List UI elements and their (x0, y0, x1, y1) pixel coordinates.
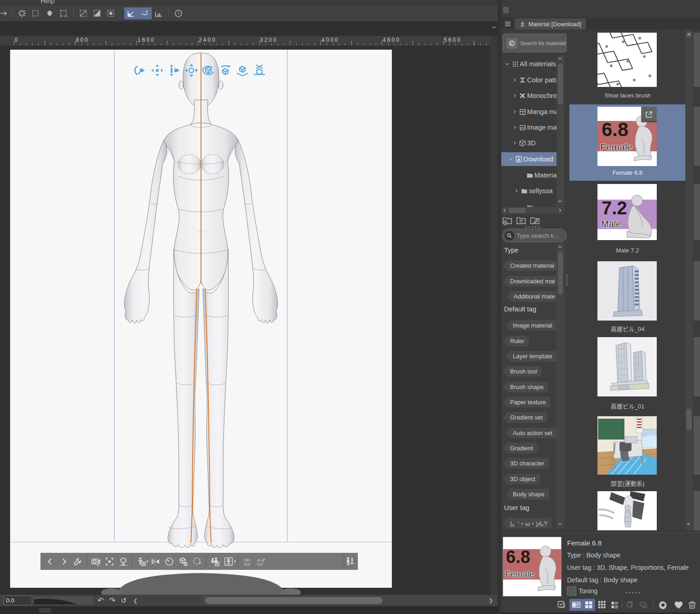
tag-additional-material[interactable]: Additional mate (507, 291, 560, 302)
spinner-icon[interactable] (15, 7, 29, 19)
tag-scrollbar[interactable] (557, 244, 564, 529)
next-icon[interactable] (57, 556, 71, 568)
material-item-building-01[interactable] (597, 337, 657, 396)
help-icon[interactable]: ? (172, 7, 185, 19)
auto-select-icon[interactable] (29, 7, 43, 19)
canvas-vertical-scrollbar[interactable] (490, 46, 498, 606)
wrench-icon[interactable] (71, 556, 85, 568)
tree-item-download[interactable]: Download (501, 152, 557, 166)
chevron-down-icon[interactable] (557, 522, 562, 527)
chevron-right-icon[interactable] (511, 109, 518, 114)
3d-body-model[interactable] (104, 51, 298, 548)
material-item-clubroom[interactable] (597, 416, 657, 475)
chevron-down-icon[interactable] (504, 62, 511, 66)
tree-item-monochromatic[interactable]: Monochrom (501, 89, 557, 103)
tag-3d-object[interactable]: 3D object (503, 474, 540, 484)
chevron-down-icon[interactable]: ▾ (234, 559, 236, 564)
tab-material-download[interactable]: Material [Download] (515, 18, 586, 29)
tag-keyword-search-input[interactable]: Type search k... (502, 229, 567, 242)
shrink-selection-icon[interactable] (104, 7, 118, 19)
new-folder-icon[interactable] (502, 215, 512, 225)
tag-downloaded-material[interactable]: Downloaded mat (503, 276, 560, 287)
deselect-icon[interactable] (76, 7, 90, 19)
tree-item-sellyssa-folder[interactable]: sellyssa (501, 184, 557, 198)
rotate-ccw-icon[interactable]: ↶ (98, 596, 103, 605)
tag-3d-character[interactable]: 3D character (503, 458, 549, 469)
material-thumbnail-female[interactable]: 6.8 Female (597, 107, 657, 166)
tag-gradient[interactable]: Gradient (503, 443, 538, 453)
tree-item-partial[interactable] (501, 200, 557, 207)
tree-item-manga-material[interactable]: Manga mat (501, 105, 557, 119)
tag-image-material[interactable]: Image material (506, 320, 557, 331)
chevron-right-icon[interactable] (513, 189, 520, 193)
rotation-value-field[interactable]: 0.0 (4, 596, 32, 605)
tree-scrollbar[interactable] (557, 55, 564, 206)
delete-folder-icon[interactable] (516, 215, 526, 225)
add-character-icon[interactable] (208, 556, 222, 568)
chevron-down-icon[interactable] (491, 24, 497, 30)
favorite-heart-icon[interactable] (672, 599, 684, 611)
scrollbar-thumb[interactable] (509, 208, 526, 213)
split-handle[interactable]: ••••• (565, 274, 568, 287)
material-search-input[interactable]: Search for materials (503, 34, 567, 52)
tag-created-material[interactable]: Created material (503, 260, 559, 271)
chevron-right-icon[interactable] (511, 125, 518, 130)
redo-icon[interactable] (0, 7, 9, 19)
settings-gear-icon[interactable] (657, 599, 669, 611)
snap-grid-icon[interactable] (152, 7, 166, 19)
chevron-left-icon[interactable] (502, 208, 507, 213)
chevron-up-icon[interactable] (557, 245, 562, 250)
rotate-camera-icon[interactable] (133, 63, 147, 77)
tag-gradient-set[interactable]: Gradient set (503, 412, 547, 423)
object-list-icon[interactable] (176, 556, 190, 568)
snap-ruler-icon[interactable] (124, 7, 138, 19)
material-item-shoe-laces[interactable] (597, 33, 657, 87)
rotation-slider[interactable] (34, 597, 93, 604)
chevron-right-icon[interactable] (511, 78, 518, 82)
multi-select-icon[interactable] (556, 599, 568, 611)
snap-special-ruler-icon[interactable] (138, 7, 152, 19)
scrollbar-thumb[interactable] (205, 597, 383, 604)
tree-item-material-folder[interactable]: Material (501, 168, 557, 182)
chevron-down-icon[interactable] (508, 157, 514, 161)
thumbnail-large-icon[interactable] (582, 599, 595, 611)
chevron-down-icon[interactable] (557, 199, 562, 204)
menu-item-help[interactable]: Help (40, 0, 55, 5)
tag-ruler[interactable]: Ruler (503, 336, 529, 346)
tree-horizontal-scrollbar[interactable] (501, 207, 564, 214)
thumbnail-small-icon[interactable] (596, 599, 608, 611)
tag-layer-template[interactable]: Layer template (506, 351, 557, 362)
delete-trash-icon[interactable] (686, 599, 698, 611)
tag-body-shape[interactable]: Body shape (506, 489, 549, 499)
chevron-down-icon[interactable] (686, 522, 691, 526)
scrollbar-thumb[interactable] (686, 408, 692, 430)
tag-brush-shape[interactable]: Brush shape (503, 382, 548, 392)
rotate-cw-icon[interactable]: ↷ (109, 596, 115, 605)
panel-grip[interactable] (503, 6, 510, 14)
ground-icon[interactable] (116, 556, 130, 568)
canvas-area[interactable]: ▾ ▾ (0, 46, 490, 606)
rotate-plane-icon[interactable] (235, 63, 249, 77)
tag-brush-tool[interactable]: Brush tool (503, 366, 542, 377)
rotate-object-icon[interactable] (201, 63, 215, 77)
material-item-building-04[interactable] (597, 261, 657, 321)
fill-icon[interactable] (43, 7, 57, 19)
panel-menu-icon[interactable] (503, 19, 513, 29)
reset-rotation-icon[interactable] (190, 556, 204, 568)
chevron-left-icon[interactable]: ❮ (133, 597, 138, 604)
mirror-icon[interactable] (149, 556, 162, 568)
timer-icon[interactable] (162, 556, 176, 568)
scrollbar-thumb[interactable] (558, 63, 563, 105)
material-item-partial[interactable] (597, 491, 657, 530)
tree-item-all-materials[interactable]: All materials (501, 57, 557, 71)
chevron-right-icon[interactable] (511, 93, 518, 98)
chevron-right-icon[interactable]: ❯ (489, 597, 493, 603)
scrollbar-thumb[interactable] (558, 252, 563, 294)
materials-scrollbar[interactable] (685, 30, 693, 530)
material-item-male-7-2[interactable]: 7.2 Male (597, 184, 657, 240)
chevron-right-icon[interactable] (557, 208, 562, 213)
focus-icon[interactable] (103, 556, 116, 568)
frame-icon[interactable] (57, 7, 70, 19)
reset-rotation-icon[interactable]: ↺ (121, 597, 127, 605)
move-object-icon[interactable] (184, 63, 198, 77)
